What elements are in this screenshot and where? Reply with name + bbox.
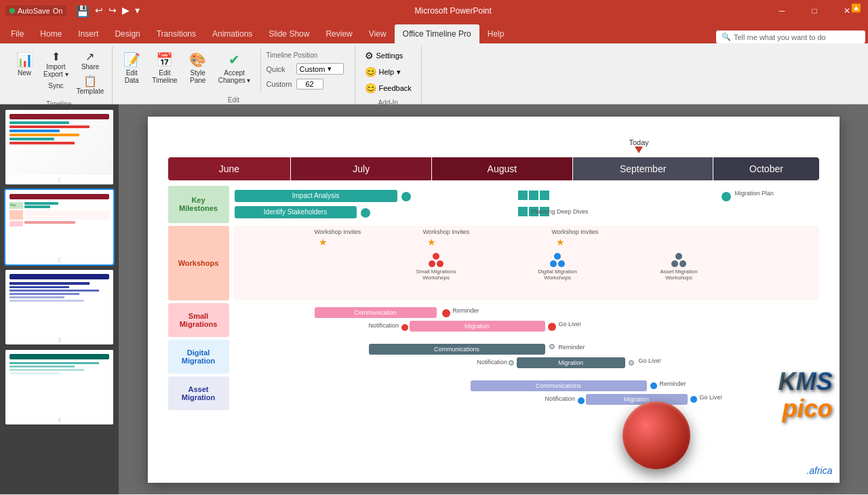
tab-transitions[interactable]: Transitions	[149, 24, 204, 43]
tab-review[interactable]: Review	[317, 24, 360, 43]
month-august-label: August	[488, 163, 517, 174]
quick-dropdown[interactable]: Custom ▾	[296, 63, 344, 75]
new-label: New	[18, 69, 31, 77]
edit-timeline-button[interactable]: 📅 EditTimeline	[148, 49, 181, 87]
feedback-label: Feedback	[379, 84, 412, 92]
style-pane-button[interactable]: 🎨 StylePane	[184, 49, 212, 87]
new-button[interactable]: 📊 New	[11, 49, 38, 79]
watermark-content: KMS pico .africa	[609, 361, 840, 483]
tab-view[interactable]: View	[361, 24, 395, 43]
small-migrations-cluster: Small MigrationsWorkshops	[416, 253, 456, 281]
minimize-button[interactable]: ─	[766, 0, 797, 22]
help-button[interactable]: 😊 Help ▾	[361, 65, 416, 79]
dm-dot3	[558, 260, 565, 267]
ribbon-tabs: File Home Insert Design Transitions Anim…	[0, 22, 868, 43]
sm-migration-label: Migration	[465, 323, 490, 330]
slide-2-preview: Key	[5, 190, 113, 255]
tab-file[interactable]: File	[3, 24, 32, 43]
sm-dot2	[429, 260, 435, 267]
month-october-label: October	[749, 163, 783, 174]
custom-value-input[interactable]: 62	[296, 79, 323, 90]
tab-help[interactable]: Help	[479, 24, 513, 43]
tab-design[interactable]: Design	[106, 24, 148, 43]
am-dot2	[671, 260, 678, 267]
main-area: 1 Key	[0, 104, 868, 494]
template-button[interactable]: 📋 Template	[74, 73, 107, 96]
slide-canvas[interactable]: Today June July August	[148, 117, 840, 483]
dm-comm-label: Communications	[434, 346, 479, 353]
undo-icon[interactable]: ↩	[95, 5, 103, 18]
sq3	[540, 191, 549, 200]
tab-insert[interactable]: Insert	[70, 24, 106, 43]
sm-comm-bar: Communication	[315, 307, 437, 318]
autosave-label: AutoSave	[18, 7, 50, 15]
sync-label: Sync	[48, 82, 63, 90]
slide-thumb-3[interactable]: 3	[5, 270, 113, 344]
share-label: Share	[81, 63, 100, 71]
ribbon-collapse-button[interactable]: 🔼	[849, 1, 863, 15]
share-button[interactable]: ↗ Share	[74, 49, 107, 72]
import-export-button[interactable]: ⬆ Import Export ▾	[41, 49, 71, 79]
export-label: Export ▾	[43, 71, 68, 78]
redo-icon[interactable]: ↪	[108, 5, 117, 18]
month-header: June July August September	[168, 157, 819, 180]
am-notification-label: Notification	[545, 395, 576, 402]
row-content-small-migrations: Communication Reminder Notification Migr…	[233, 303, 819, 337]
custom-position-row: Custom 62	[267, 79, 344, 90]
maximize-button[interactable]: □	[799, 0, 830, 22]
am-cluster-label: Asset MigrationWorkshops	[660, 269, 698, 281]
planning-label: Planning Deep Dives	[532, 208, 589, 215]
save-icon[interactable]: 💾	[76, 5, 90, 18]
slide-3-number: 3	[5, 335, 113, 344]
tab-animations[interactable]: Animations	[204, 24, 260, 43]
today-marker: Today	[629, 138, 649, 153]
edit-data-button[interactable]: 📝 EditData	[118, 49, 145, 87]
edit-data-label: EditData	[125, 69, 139, 84]
feedback-button[interactable]: 😊 Feedback	[361, 81, 416, 95]
am-dot3	[679, 260, 686, 267]
month-july-label: July	[353, 163, 370, 174]
watermark-overlay: KMS pico .africa	[602, 347, 840, 483]
slide-thumb-2[interactable]: Key	[5, 190, 113, 264]
help-label: Help	[379, 68, 395, 76]
search-placeholder: Tell me what you want to do	[734, 33, 826, 41]
title-bar-title: Microsoft PowerPoint	[140, 6, 766, 16]
quick-value: Custom	[300, 65, 326, 73]
ribbon-group-addin: ⚙ Settings 😊 Help ▾ 😊 Feedback Add-In	[355, 46, 422, 104]
tab-slideshow[interactable]: Slide Show	[260, 24, 317, 43]
settings-button[interactable]: ⚙ Settings	[361, 49, 416, 62]
accept-changes-button[interactable]: ✔ AcceptChanges ▾	[214, 49, 255, 87]
present-icon[interactable]: ▶	[122, 5, 130, 18]
dm-dot1	[554, 253, 561, 260]
title-bar: AutoSave On 💾 ↩ ↪ ▶ ▾ Microsoft PowerPoi…	[0, 0, 868, 22]
addin-items: ⚙ Settings 😊 Help ▾ 😊 Feedback	[361, 49, 416, 95]
sync-button[interactable]: Sync	[41, 81, 71, 91]
sm-dot3	[437, 260, 443, 267]
sm-golive-dot	[548, 323, 556, 331]
dm-dot2	[550, 260, 557, 267]
title-bar-left: AutoSave On 💾 ↩ ↪ ▶ ▾	[5, 5, 140, 18]
workshop-invite-2-star: ★	[427, 237, 436, 248]
month-october: October	[713, 157, 818, 180]
row-label-small-migrations: SmallMigrations	[168, 303, 229, 337]
identify-bar: Identify Stakeholders	[235, 206, 357, 218]
accept-changes-label: AcceptChanges ▾	[218, 69, 251, 84]
ribbon-group-edit-content: 📝 EditData 📅 EditTimeline 🎨 StylePane ✔ …	[118, 46, 349, 95]
autosave-badge[interactable]: AutoSave On	[5, 5, 66, 16]
tab-home[interactable]: Home	[32, 24, 70, 43]
import-export-label: Import	[46, 63, 65, 71]
autosave-dot	[9, 8, 15, 14]
tab-office-timeline-pro[interactable]: Office Timeline Pro	[395, 24, 479, 43]
identify-bar-label: Identify Stakeholders	[264, 208, 327, 216]
workshop-invite-2-label: Workshop Invites	[423, 229, 470, 235]
dm-reminder-label: Reminder	[559, 344, 585, 351]
impact-dot	[401, 192, 411, 201]
slide-thumb-1[interactable]: 1	[5, 110, 113, 184]
help-dropdown-icon: ▾	[397, 68, 401, 77]
more-icon[interactable]: ▾	[135, 5, 140, 18]
workshop-invite-1-label: Workshop Invites	[315, 229, 361, 235]
slide-thumb-4[interactable]: 4	[5, 350, 113, 424]
ribbon-search-box[interactable]: 🔍 Tell me what you want to do	[716, 31, 865, 43]
edit-timeline-label: EditTimeline	[152, 69, 177, 84]
custom-label: Custom	[267, 80, 294, 88]
